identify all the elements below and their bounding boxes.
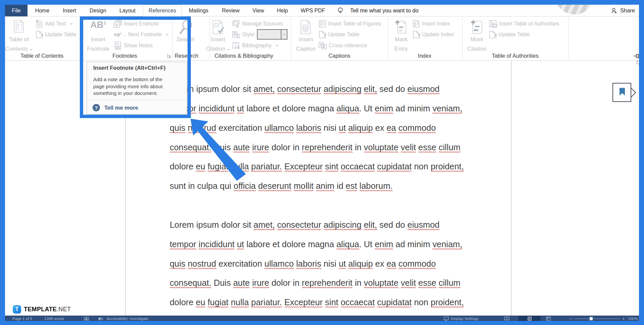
document-text-line[interactable]: consequat. Duis aute irure dolor in repr… bbox=[170, 143, 461, 152]
tab-review[interactable]: Review bbox=[222, 5, 239, 16]
document-text-line[interactable]: sunt in culpa qui officia deserunt molli… bbox=[170, 182, 392, 190]
bibliography-icon bbox=[232, 42, 240, 49]
group-label-footnotes: Footnotes bbox=[112, 53, 137, 59]
zoom-slider-track[interactable] bbox=[575, 319, 620, 319]
document-text-line[interactable]: quis nostrud exercitation ullamco labori… bbox=[170, 260, 436, 268]
tooltip-divider bbox=[87, 100, 186, 100]
mark-citation-icon bbox=[471, 20, 483, 35]
chevron-down-icon bbox=[283, 34, 286, 36]
update-index-label: Update Index bbox=[422, 32, 454, 38]
insert-citation-label: Insert bbox=[203, 36, 233, 43]
zoom-out-button[interactable]: − bbox=[570, 316, 572, 321]
zoom-slider-thumb[interactable] bbox=[590, 317, 593, 320]
update-table-captions-button[interactable]: Update Table bbox=[319, 31, 360, 39]
update-table-label: Update Table bbox=[45, 32, 76, 38]
add-text-button[interactable]: Add Text bbox=[36, 20, 73, 28]
word-window: File HomeInsertDesignLayoutReferencesMai… bbox=[5, 5, 639, 321]
zoom-percentage[interactable]: 100% bbox=[628, 316, 638, 321]
next-footnote-button[interactable]: AB1→ Next Footnote bbox=[114, 31, 169, 39]
web-layout-button[interactable] bbox=[546, 316, 551, 321]
cross-reference-label: Cross-reference bbox=[329, 43, 367, 49]
insert-footnote-button[interactable]: AB1 Insert Footnote bbox=[83, 18, 113, 59]
callout-pointer-icon bbox=[631, 88, 637, 98]
update-index-button[interactable]: Update Index bbox=[413, 31, 454, 39]
bibliography-button[interactable]: Bibliography bbox=[232, 42, 279, 50]
status-item[interactable]: 1398 words bbox=[44, 316, 64, 321]
document-text-line[interactable]: Lorem ipsum dolor sit amet, consectetur … bbox=[170, 221, 440, 229]
update-table-button[interactable]: Update Table bbox=[36, 31, 76, 39]
tell-me-more-link[interactable]: Tell me more bbox=[104, 105, 138, 111]
tell-me-box[interactable]: Tell me what you want to do bbox=[337, 5, 419, 16]
search-label: Search bbox=[170, 36, 201, 43]
manage-sources-button[interactable]: Manage Sources bbox=[232, 20, 283, 28]
tab-insert[interactable]: Insert bbox=[63, 5, 76, 16]
tab-file[interactable]: File bbox=[5, 5, 28, 16]
next-footnote-label: Next Footnote bbox=[128, 32, 162, 38]
help-circle-icon: ? bbox=[93, 104, 100, 111]
mark-citation-button[interactable]: Mark Citation bbox=[462, 18, 492, 59]
read-mode-button[interactable] bbox=[504, 316, 509, 321]
tab-help[interactable]: Help bbox=[277, 5, 288, 16]
insert-index-icon bbox=[413, 20, 420, 28]
show-notes-button[interactable]: Show Notes bbox=[114, 42, 153, 50]
toc-icon bbox=[14, 20, 24, 33]
scrollbar-top-button[interactable] bbox=[637, 61, 639, 64]
toc-label: Table of bbox=[5, 36, 34, 43]
toc-label2: Contents bbox=[5, 46, 34, 52]
template-net-watermark: T TEMPLATE.NET bbox=[13, 305, 71, 314]
tab-layout[interactable]: Layout bbox=[119, 5, 136, 16]
document-text-line[interactable]: Lorem ipsum dolor sit amet, consectetur … bbox=[170, 85, 440, 93]
tab-mailings[interactable]: Mailings bbox=[189, 5, 209, 16]
document-text-line[interactable]: dolore eu fugiat nulla pariatur. Excepte… bbox=[170, 298, 464, 307]
document-text-line[interactable]: tempor incididunt ut labore et dolore ma… bbox=[170, 104, 462, 113]
style-dropdown[interactable] bbox=[257, 29, 287, 40]
document-text-line[interactable]: tempor incididunt ut labore et dolore ma… bbox=[170, 240, 462, 249]
style-dropdown-arrow[interactable] bbox=[281, 30, 287, 39]
search-button[interactable]: Search bbox=[170, 18, 201, 59]
insert-caption-label: Insert bbox=[291, 36, 321, 43]
tab-design[interactable]: Design bbox=[90, 5, 106, 16]
update-table-authorities-button[interactable]: Update Table bbox=[489, 31, 530, 39]
mark-entry-button[interactable]: Mark Entry bbox=[386, 18, 416, 59]
display-settings[interactable]: Display Settings bbox=[444, 316, 478, 321]
insert-table-of-authorities-icon bbox=[489, 20, 497, 28]
table-of-contents-button[interactable]: Table of Contents bbox=[5, 18, 34, 59]
mark-entry-icon bbox=[395, 20, 407, 35]
insert-index-label: Insert Index bbox=[422, 21, 450, 27]
insert-table-of-figures-label: Insert Table of Figures bbox=[328, 21, 381, 27]
insert-footnote-label2: Footnote bbox=[83, 46, 113, 52]
search-icon bbox=[179, 20, 192, 35]
tooltip-body: Add a note at the bottom of the page pro… bbox=[93, 76, 165, 97]
tab-wps-pdf[interactable]: WPS PDF bbox=[301, 5, 325, 16]
manage-sources-label: Manage Sources bbox=[242, 21, 283, 27]
read-aloud-icon[interactable] bbox=[98, 316, 103, 321]
ribbon-pin-icon[interactable] bbox=[633, 53, 639, 59]
tab-home[interactable]: Home bbox=[35, 5, 50, 16]
insert-table-of-authorities-button[interactable]: Insert Table of Authorities bbox=[489, 20, 559, 28]
insert-table-of-authorities-label: Insert Table of Authorities bbox=[499, 21, 559, 27]
share-button[interactable]: Share bbox=[610, 5, 635, 16]
update-table-label: Update Table bbox=[498, 32, 530, 38]
insert-caption-label2: Caption bbox=[291, 46, 321, 52]
zoom-in-button[interactable]: + bbox=[622, 316, 625, 321]
insert-index-button[interactable]: Insert Index bbox=[413, 20, 450, 28]
status-item[interactable]: Page 1 of 5 bbox=[12, 316, 32, 321]
chevron-down-icon bbox=[166, 34, 169, 36]
document-text-line[interactable]: quis nostrud exercitation ullamco labori… bbox=[170, 124, 436, 132]
proofing-icon[interactable] bbox=[84, 316, 89, 321]
insert-table-of-figures-button[interactable]: Insert Table of Figures bbox=[319, 20, 381, 28]
group-separator bbox=[568, 18, 569, 59]
cross-reference-button[interactable]: Cross-reference bbox=[319, 42, 367, 50]
tab-references[interactable]: References bbox=[143, 5, 182, 16]
insert-citation-button[interactable]: Insert Citation bbox=[203, 18, 233, 59]
chevron-down-icon bbox=[276, 45, 279, 47]
tab-view[interactable]: View bbox=[253, 5, 264, 16]
print-layout-button[interactable] bbox=[518, 316, 541, 321]
status-item[interactable]: Accessibility: Investigate bbox=[107, 316, 149, 321]
cross-reference-icon bbox=[319, 42, 327, 50]
template-net-logo-icon: T bbox=[13, 305, 21, 314]
insert-caption-button[interactable]: Insert Caption bbox=[291, 18, 321, 59]
document-text-line[interactable]: consequat. Duis aute irure dolor in repr… bbox=[170, 279, 461, 287]
insert-endnote-button[interactable]: Insert Endnote bbox=[114, 20, 159, 28]
document-text-line[interactable]: dolore eu fugiat nulla pariatur. Excepte… bbox=[170, 162, 464, 171]
